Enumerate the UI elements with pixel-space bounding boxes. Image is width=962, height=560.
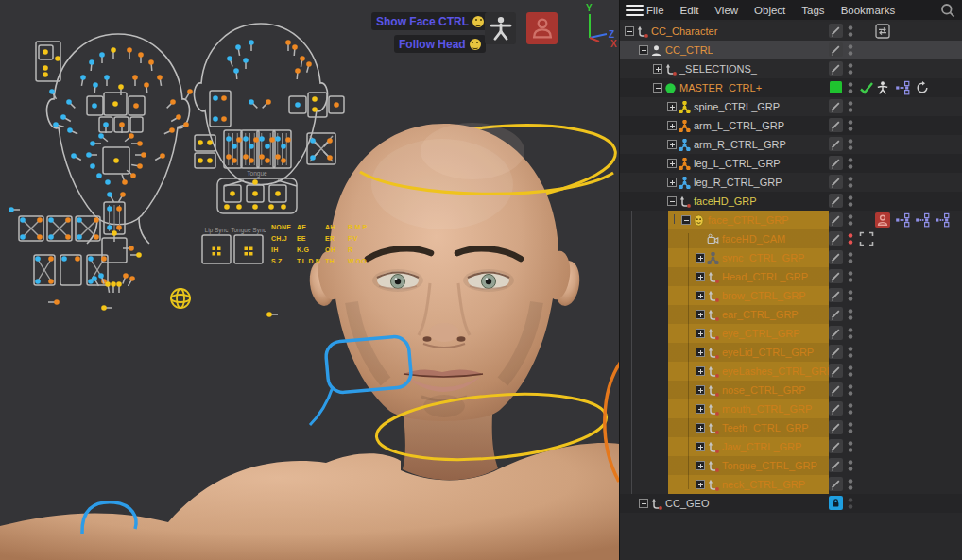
- control-pin[interactable]: [221, 95, 227, 101]
- control-pin[interactable]: [55, 56, 60, 61]
- expand-icon[interactable]: [667, 140, 677, 149]
- control-pin[interactable]: [101, 305, 107, 311]
- control-pin[interactable]: [98, 133, 104, 139]
- control-pin[interactable]: [129, 133, 134, 139]
- null-icon[interactable]: [679, 195, 691, 207]
- expand-icon[interactable]: [667, 196, 677, 206]
- sync-clover-icon[interactable]: [245, 247, 249, 251]
- null-icon[interactable]: [664, 62, 677, 75]
- control-pin[interactable]: [226, 136, 232, 142]
- phoneme-label[interactable]: K.G: [297, 246, 325, 258]
- edit-toggle-icon[interactable]: [829, 288, 843, 306]
- control-pin[interactable]: [133, 103, 139, 109]
- control-pin[interactable]: [198, 140, 203, 145]
- camera-icon[interactable]: [707, 232, 719, 245]
- object-label[interactable]: eyeLashes_CTRL_GRP: [722, 362, 833, 381]
- edit-toggle-icon[interactable]: [829, 194, 843, 212]
- control-pin[interactable]: [227, 56, 232, 61]
- rotate-tag-icon[interactable]: [915, 80, 930, 95]
- object-label[interactable]: CC_Character: [651, 22, 717, 41]
- control-pin[interactable]: [226, 154, 232, 160]
- null-icon[interactable]: [650, 497, 662, 509]
- null-icon[interactable]: [707, 327, 719, 339]
- object-label[interactable]: leg_R_CTRL_GRP: [694, 173, 782, 192]
- interaction-tag-icon[interactable]: [875, 24, 890, 39]
- object-label[interactable]: mouth_CTRL_GRP: [722, 399, 812, 418]
- constraint-tag-icon[interactable]: [935, 212, 950, 228]
- object-label[interactable]: CC_CTRL: [665, 41, 713, 59]
- object-label[interactable]: nose_CTRL_GRP: [722, 381, 806, 399]
- edit-toggle-icon[interactable]: [829, 307, 843, 325]
- check-icon[interactable]: [859, 80, 874, 99]
- object-label[interactable]: Tongue_CTRL_GRP: [722, 456, 817, 475]
- control-pin[interactable]: [306, 61, 312, 67]
- control-pin[interactable]: [127, 47, 132, 53]
- control-pin[interactable]: [118, 84, 124, 90]
- control-pin[interactable]: [48, 256, 54, 262]
- object-label[interactable]: Teeth_CTRL_GRP: [722, 418, 809, 437]
- control-pin[interactable]: [243, 154, 249, 160]
- control-pin[interactable]: [295, 68, 301, 74]
- menu-item-tags[interactable]: Tags: [801, 5, 824, 16]
- edit-toggle-icon[interactable]: [829, 156, 843, 174]
- null-icon[interactable]: [707, 421, 719, 433]
- control-pin[interactable]: [111, 47, 116, 53]
- frame-icon[interactable]: [859, 231, 874, 250]
- edit-toggle-icon[interactable]: [829, 364, 843, 382]
- control-pin[interactable]: [116, 225, 122, 230]
- control-pin[interactable]: [77, 217, 82, 223]
- control-pin[interactable]: [48, 279, 54, 284]
- phoneme-label[interactable]: AH: [325, 224, 348, 235]
- joint-icon[interactable]: [679, 119, 691, 131]
- control-pin[interactable]: [144, 82, 149, 88]
- control-pin[interactable]: [249, 144, 254, 149]
- control-pin[interactable]: [77, 234, 82, 240]
- control-pin[interactable]: [141, 152, 146, 158]
- expand-icon[interactable]: [696, 461, 705, 470]
- control-pin[interactable]: [80, 75, 86, 80]
- expand-icon[interactable]: [696, 272, 705, 281]
- edit-toggle-icon[interactable]: [829, 212, 843, 230]
- constraint-tag-icon[interactable]: [895, 80, 910, 95]
- control-pin[interactable]: [334, 102, 339, 108]
- edit-toggle-icon[interactable]: [829, 477, 843, 495]
- face-control-board[interactable]: Lip SyncTongue SyncTongue: [0, 0, 619, 560]
- control-box[interactable]: [36, 42, 60, 81]
- control-pin[interactable]: [43, 65, 48, 71]
- control-pin[interactable]: [224, 204, 230, 210]
- object-row-face_CTRL_GRP[interactable]: face_CTRL_GRP: [620, 211, 962, 229]
- object-row-arm_R_CTRL_GRP[interactable]: arm_R_CTRL_GRP: [620, 135, 962, 154]
- object-row-eyeLid_CTRL_GRP[interactable]: eyeLid_CTRL_GRP: [620, 343, 962, 362]
- control-pin[interactable]: [243, 136, 249, 142]
- control-pin[interactable]: [112, 101, 118, 107]
- control-pin[interactable]: [137, 141, 143, 146]
- control-box[interactable]: [210, 91, 231, 127]
- object-label[interactable]: neck_CTRL_GRP: [722, 475, 805, 494]
- control-box[interactable]: [234, 235, 263, 263]
- null-icon[interactable]: [707, 346, 719, 358]
- control-pin[interactable]: [312, 96, 318, 102]
- control-pin[interactable]: [107, 206, 112, 212]
- object-label[interactable]: _SELECTIONS_: [679, 59, 757, 78]
- control-pin[interactable]: [285, 40, 291, 45]
- object-row-sync_CTRL_GRP[interactable]: sync_CTRL_GRP: [620, 248, 962, 267]
- person-icon[interactable]: [650, 43, 662, 56]
- control-pin[interactable]: [187, 89, 193, 94]
- object-label[interactable]: arm_L_CTRL_GRP: [694, 116, 784, 135]
- phoneme-label[interactable]: R: [348, 246, 378, 258]
- control-pin[interactable]: [310, 138, 316, 144]
- menu-item-view[interactable]: View: [714, 5, 738, 16]
- object-row-mouth_CTRL_GRP[interactable]: mouth_CTRL_GRP: [620, 399, 962, 418]
- joint-icon[interactable]: [679, 138, 691, 150]
- expand-icon[interactable]: [696, 385, 705, 395]
- control-pin[interactable]: [232, 158, 237, 163]
- hamburger-menu-icon[interactable]: [626, 5, 644, 16]
- control-pin[interactable]: [111, 281, 116, 287]
- control-pin[interactable]: [198, 158, 203, 163]
- expand-icon[interactable]: [696, 404, 705, 414]
- expand-icon[interactable]: [653, 83, 662, 93]
- control-pin[interactable]: [137, 163, 143, 169]
- edit-toggle-icon[interactable]: [829, 99, 843, 117]
- edit-toggle-icon[interactable]: [829, 345, 843, 363]
- control-pin[interactable]: [300, 56, 305, 61]
